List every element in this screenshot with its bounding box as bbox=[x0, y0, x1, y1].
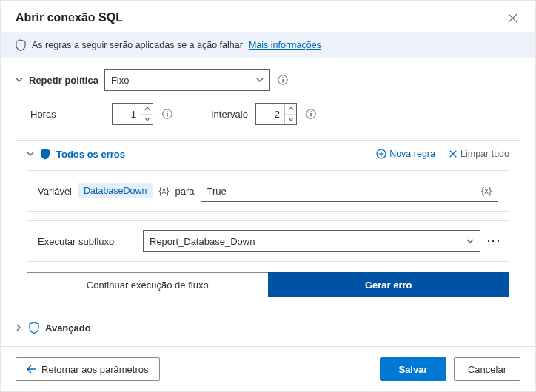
svg-point-7 bbox=[310, 111, 312, 112]
clear-all-link[interactable]: Limpar tudo bbox=[449, 149, 509, 159]
policy-label: Repetir política bbox=[29, 75, 98, 86]
arrow-up-icon[interactable] bbox=[141, 104, 153, 115]
variable-pill[interactable]: DatabaseDown bbox=[78, 183, 153, 198]
new-rule-label: Nova regra bbox=[389, 149, 435, 159]
hours-label: Horas bbox=[30, 109, 67, 120]
braces-icon[interactable]: {x} bbox=[158, 186, 169, 196]
new-rule-link[interactable]: Nova regra bbox=[376, 149, 435, 159]
hours-input[interactable]: 1 bbox=[112, 103, 153, 125]
svg-point-4 bbox=[167, 111, 168, 112]
interval-field: Intervalo 2 bbox=[211, 103, 318, 125]
info-icon[interactable] bbox=[304, 109, 318, 119]
interval-input[interactable]: 2 bbox=[255, 103, 297, 125]
arrow-down-icon[interactable] bbox=[285, 115, 296, 125]
errors-title: Todos os erros bbox=[56, 149, 363, 160]
retry-params-row: Horas 1 Intervalo 2 bbox=[16, 103, 520, 125]
chevron-down-icon bbox=[466, 238, 474, 244]
throw-error-button[interactable]: Gerar erro bbox=[268, 272, 510, 297]
save-button[interactable]: Salvar bbox=[380, 357, 446, 381]
shield-filled-icon bbox=[40, 148, 50, 160]
info-text: As regras a seguir serão aplicadas se a … bbox=[32, 40, 243, 50]
more-icon[interactable]: ⋮ bbox=[489, 232, 498, 251]
info-icon[interactable] bbox=[161, 109, 174, 119]
hours-value: 1 bbox=[113, 104, 141, 124]
subflow-value: Report_Database_Down bbox=[150, 236, 255, 247]
close-icon[interactable] bbox=[505, 12, 520, 24]
arrow-up-icon[interactable] bbox=[285, 104, 296, 115]
advanced-section-toggle[interactable]: Avançado bbox=[1, 322, 535, 341]
info-icon[interactable] bbox=[276, 75, 289, 85]
error-action-toggle: Continuar execução de fluxo Gerar erro bbox=[27, 272, 509, 297]
back-button[interactable]: Retornar aos parâmetros bbox=[16, 357, 160, 381]
variable-rule-row: Variável DatabaseDown {x} para True {x} bbox=[27, 170, 509, 212]
info-banner: As regras a seguir serão aplicadas se a … bbox=[1, 32, 535, 58]
interval-value: 2 bbox=[256, 104, 284, 124]
shield-icon bbox=[16, 39, 26, 51]
subflow-row: Executar subfluxo Report_Database_Down ⋮ bbox=[27, 220, 509, 262]
value-text: True bbox=[207, 186, 227, 197]
content-area: Repetir política Fixo Horas 1 bbox=[1, 58, 535, 308]
back-label: Retornar aos parâmetros bbox=[41, 364, 149, 375]
var-field-label: Variável bbox=[38, 186, 72, 197]
clear-all-label: Limpar tudo bbox=[460, 149, 509, 159]
dialog-title: Abrir conexão SQL bbox=[16, 11, 123, 24]
cancel-button[interactable]: Cancelar bbox=[454, 357, 520, 381]
svg-point-1 bbox=[282, 77, 284, 78]
dialog-header: Abrir conexão SQL bbox=[1, 1, 535, 32]
continue-flow-button[interactable]: Continuar execução de fluxo bbox=[27, 272, 268, 297]
shield-icon bbox=[29, 322, 39, 334]
svg-rect-2 bbox=[282, 79, 283, 83]
chevron-down-icon[interactable] bbox=[27, 151, 34, 157]
subflow-label: Executar subfluxo bbox=[38, 236, 134, 247]
policy-value: Fixo bbox=[111, 75, 130, 86]
chevron-right-icon bbox=[16, 324, 23, 331]
braces-icon[interactable]: {x} bbox=[481, 186, 492, 196]
policy-row: Repetir política Fixo bbox=[16, 69, 520, 91]
arrow-down-icon[interactable] bbox=[141, 115, 153, 125]
svg-rect-8 bbox=[310, 113, 311, 117]
subflow-select[interactable]: Report_Database_Down bbox=[143, 230, 480, 252]
value-input[interactable]: True {x} bbox=[201, 180, 498, 202]
footer-actions: Salvar Cancelar bbox=[380, 357, 520, 381]
hours-field: Horas 1 bbox=[30, 103, 174, 125]
info-link[interactable]: Mais informações bbox=[249, 40, 321, 50]
errors-header: Todos os erros Nova regra Limpar tudo bbox=[16, 141, 520, 167]
advanced-label: Avançado bbox=[45, 322, 91, 334]
errors-section: Todos os erros Nova regra Limpar tudo Va… bbox=[16, 140, 520, 308]
chevron-down-icon[interactable] bbox=[16, 77, 23, 83]
interval-stepper[interactable] bbox=[284, 104, 296, 124]
svg-rect-5 bbox=[167, 113, 167, 117]
policy-select[interactable]: Fixo bbox=[104, 69, 270, 91]
dialog-footer: Retornar aos parâmetros Salvar Cancelar bbox=[1, 346, 535, 391]
para-label: para bbox=[175, 186, 195, 197]
interval-label: Intervalo bbox=[211, 109, 248, 120]
hours-stepper[interactable] bbox=[141, 104, 153, 124]
chevron-down-icon bbox=[256, 77, 264, 83]
